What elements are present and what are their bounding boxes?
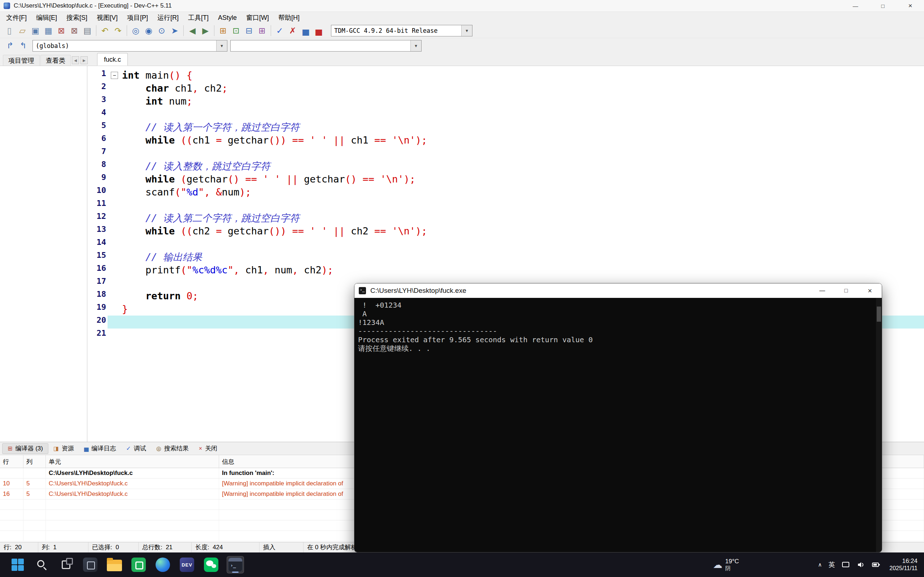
tab-view-classes[interactable]: 查看类: [40, 55, 71, 66]
goto-declaration-button[interactable]: ↱: [3, 39, 16, 52]
ime-indicator[interactable]: 英: [828, 561, 835, 569]
edge-browser-button[interactable]: [154, 556, 171, 574]
menu-item-文件[interactable]: 文件[F]: [2, 12, 31, 23]
search-button[interactable]: [33, 556, 50, 574]
tab-search-results[interactable]: ◎搜索结果: [151, 443, 194, 454]
fold-collapse-icon[interactable]: −: [111, 72, 118, 79]
replace-button[interactable]: ◉: [142, 24, 155, 37]
tab-scroll-left-icon[interactable]: ◀: [72, 56, 79, 64]
rebuild-all-button[interactable]: ⊞: [255, 24, 268, 37]
code-line-15[interactable]: 15 // 输出结果: [87, 251, 924, 264]
find-button[interactable]: ◎: [129, 24, 142, 37]
code-line-4[interactable]: 4: [87, 108, 924, 121]
code-line-11[interactable]: 11: [87, 199, 924, 212]
project-manager-panel[interactable]: [0, 66, 87, 442]
running-console-app-button[interactable]: [227, 556, 244, 574]
code-line-12[interactable]: 12 // 读入第二个字符，跳过空白字符: [87, 212, 924, 225]
devcpp-button[interactable]: DEV: [178, 556, 195, 574]
console-scrollbar[interactable]: [876, 298, 882, 552]
code-line-1[interactable]: 1−int main() {: [87, 69, 924, 82]
code-line-7[interactable]: 7: [87, 147, 924, 160]
tab-compiler[interactable]: ⊞编译器 (3): [2, 443, 48, 454]
syntax-check-button[interactable]: ✓: [273, 24, 286, 37]
taskview-button[interactable]: [57, 556, 75, 574]
wechat-button[interactable]: [202, 556, 220, 574]
open-file-button[interactable]: ▱: [16, 24, 29, 37]
tab-close[interactable]: ×关闭: [194, 443, 222, 454]
members-select[interactable]: ▼: [230, 40, 422, 52]
console-close-icon[interactable]: ×: [858, 284, 882, 298]
file-explorer-button[interactable]: [106, 556, 123, 574]
redo-button[interactable]: ↷: [111, 24, 124, 37]
line-number: 1: [87, 69, 108, 82]
run-button[interactable]: ⊡: [229, 24, 242, 37]
close-icon[interactable]: ×: [897, 0, 924, 12]
tab-scroll-right-icon[interactable]: ▶: [81, 56, 88, 64]
tab-resources[interactable]: ◨资源: [48, 443, 79, 454]
dev-icon: DEV: [180, 558, 194, 572]
code-line-16[interactable]: 16 printf("%c%d%c", ch1, num, ch2);: [87, 264, 924, 277]
console-minimize-icon[interactable]: —: [810, 284, 834, 298]
compile-button[interactable]: ⊞: [216, 24, 229, 37]
save-button[interactable]: ▣: [29, 24, 42, 37]
menu-item-编辑[interactable]: 编辑[E]: [31, 12, 62, 23]
pinned-app-button[interactable]: [82, 556, 99, 574]
close-file-button[interactable]: ⊠: [55, 24, 68, 37]
menu-item-窗口[interactable]: 窗口[W]: [241, 12, 274, 23]
chevron-down-icon[interactable]: ▼: [216, 40, 227, 51]
tab-file-fuck-c[interactable]: fuck.c: [97, 53, 128, 66]
chevron-down-icon[interactable]: ▼: [410, 40, 421, 51]
tray-expand-chevron-icon[interactable]: ∧: [818, 561, 822, 568]
save-all-button[interactable]: ▦: [42, 24, 55, 37]
battery-icon[interactable]: [872, 561, 880, 569]
print-button[interactable]: ▤: [81, 24, 94, 37]
menu-item-项目[interactable]: 项目[P]: [122, 12, 153, 23]
console-scrollbar-thumb[interactable]: [877, 306, 881, 322]
profile-analysis-button[interactable]: ▅: [299, 24, 312, 37]
new-source-button[interactable]: ▯: [3, 24, 16, 37]
undo-button[interactable]: ↶: [99, 24, 111, 37]
code-line-2[interactable]: 2 char ch1, ch2;: [87, 82, 924, 95]
code-line-14[interactable]: 14: [87, 238, 924, 251]
code-line-10[interactable]: 10 scanf("%d", &num);: [87, 186, 924, 199]
maximize-icon[interactable]: □: [869, 0, 897, 12]
tab-debug[interactable]: ✓调试: [121, 443, 151, 454]
chevron-down-icon[interactable]: ▼: [461, 25, 472, 36]
close-all-button[interactable]: ⊠: [68, 24, 81, 37]
menu-item-帮助[interactable]: 帮助[H]: [274, 12, 304, 23]
console-output[interactable]: ! +01234 A!1234A------------------------…: [354, 298, 882, 552]
code-line-13[interactable]: 13 while ((ch2 = getchar()) == ' ' || ch…: [87, 225, 924, 238]
abort-button[interactable]: ✗: [286, 24, 299, 37]
back-button[interactable]: ◀: [186, 24, 199, 37]
profiling-button[interactable]: ▅: [312, 24, 325, 37]
menu-item-搜索[interactable]: 搜索[S]: [62, 12, 92, 23]
find-in-files-button[interactable]: ⊙: [155, 24, 168, 37]
code-line-3[interactable]: 3 int num;: [87, 95, 924, 108]
volume-icon[interactable]: [856, 561, 865, 569]
touchpad-icon[interactable]: [842, 561, 850, 569]
forward-button[interactable]: ▶: [199, 24, 212, 37]
code-line-8[interactable]: 8 // 读入整数，跳过空白字符: [87, 160, 924, 173]
code-line-6[interactable]: 6 while ((ch1 = getchar()) == ' ' || ch1…: [87, 134, 924, 147]
tab-project-manager[interactable]: 项目管理: [3, 55, 40, 66]
compile-run-button[interactable]: ⊟: [242, 24, 255, 37]
menu-item-工具[interactable]: 工具[T]: [183, 12, 213, 23]
code-line-5[interactable]: 5 // 读入第一个字符，跳过空白字符: [87, 121, 924, 134]
console-window[interactable]: C:\Users\LYH\Desktop\fuck.exe — □ × ! +0…: [354, 283, 882, 553]
weather-widget[interactable]: ☁ 19°C 阴: [713, 558, 739, 572]
start-button[interactable]: [9, 556, 26, 574]
goto-line-button[interactable]: ➤: [168, 24, 181, 37]
menu-item-运行[interactable]: 运行[R]: [153, 12, 183, 23]
menu-item-视图[interactable]: 视图[V]: [92, 12, 122, 23]
tab-compile-log[interactable]: ▅编译日志: [79, 443, 121, 454]
menu-item-AStyle[interactable]: AStyle: [213, 12, 241, 23]
clock[interactable]: 16:24 2025/11/11: [889, 558, 918, 572]
console-maximize-icon[interactable]: □: [834, 284, 858, 298]
console-title-bar[interactable]: C:\Users\LYH\Desktop\fuck.exe — □ ×: [354, 284, 882, 298]
code-line-9[interactable]: 9 while (getchar() == ' ' || getchar() =…: [87, 173, 924, 186]
pinned-green-app-button[interactable]: [130, 556, 147, 574]
goto-definition-button[interactable]: ↰: [16, 39, 30, 52]
minimize-icon[interactable]: —: [842, 0, 869, 12]
compiler-profile-select[interactable]: TDM-GCC 4.9.2 64-bit Release ▼: [331, 25, 472, 36]
globals-select[interactable]: (globals) ▼: [32, 40, 228, 52]
